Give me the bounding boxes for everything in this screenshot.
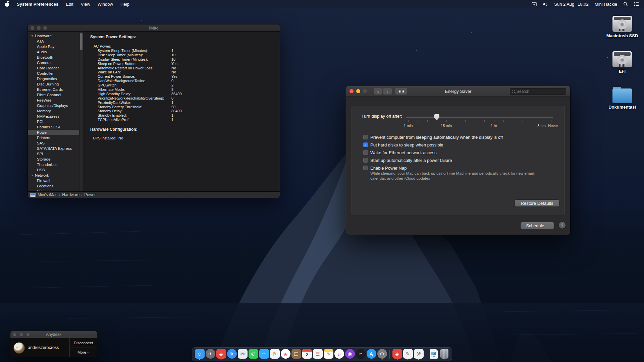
sidebar-item-graphics-displays[interactable]: Graphics/Displays	[28, 103, 79, 108]
dock-item-app-store[interactable]: A	[366, 349, 376, 360]
menu-app-name[interactable]: System Preferences	[17, 2, 58, 7]
sidebar-item-usb[interactable]: USB	[28, 167, 79, 173]
menu-window[interactable]: Window	[98, 2, 113, 7]
sidebar-item-memory[interactable]: Memory	[28, 108, 79, 114]
sidebar-item-spi[interactable]: SPI	[28, 151, 79, 157]
dock-item-calendar[interactable]: 2	[302, 349, 312, 360]
sidebar-item-diagnostics[interactable]: Diagnostics	[28, 76, 79, 81]
sidebar-item-firewall[interactable]: Firewall	[28, 178, 79, 183]
dock-item-facetime[interactable]: ✆	[248, 349, 258, 360]
dock-item-xml-document[interactable]: XML	[429, 349, 439, 360]
checkbox-row-enable-power-nap[interactable]: Enable Power Nap	[363, 164, 407, 172]
breadcrumb-power[interactable]: Power	[84, 192, 96, 197]
anydesk-window: Anydesk andreszerocross Disconnect More …	[10, 331, 97, 357]
breadcrumb-hardware[interactable]: Hardware	[62, 192, 79, 197]
dock-item-finder[interactable]: ☺	[195, 349, 205, 360]
setting-value: 50	[171, 105, 175, 109]
spotlight-icon[interactable]	[623, 2, 628, 6]
restore-defaults-button[interactable]: Restore Defaults	[515, 200, 559, 206]
dock-item-anydesk-session[interactable]: ◈	[392, 349, 402, 360]
apple-menu-icon[interactable]	[5, 1, 9, 7]
sidebar-item-firewire[interactable]: FireWire	[28, 98, 79, 103]
checkbox-unchecked[interactable]	[363, 166, 368, 170]
checkbox-unchecked[interactable]	[363, 135, 368, 139]
dock-item-anydesk[interactable]: ◈	[216, 349, 226, 360]
sidebar-item-camera[interactable]: Camera	[28, 60, 79, 65]
energy-saver-titlebar[interactable]: Energy Saver ‹ › Search	[346, 86, 570, 97]
dock-item-podcasts[interactable]: ◉	[345, 349, 355, 360]
more-button[interactable]: More ›	[70, 348, 97, 357]
menu-user[interactable]: Mini Hackie	[595, 2, 617, 7]
checkbox-row-wake-for-ethernet-network-acce[interactable]: Wake for Ethernet network access	[363, 149, 437, 156]
dock-item-notes[interactable]: ✎	[323, 349, 333, 360]
sidebar-item-apple-pay[interactable]: Apple Pay	[28, 44, 79, 49]
dock-item-trash[interactable]	[439, 349, 449, 360]
dock-item-tv[interactable]: tv	[356, 349, 366, 360]
schedule-button[interactable]: Schedule…	[521, 222, 554, 229]
setting-label: Wake on LAN:	[98, 70, 121, 74]
dock-item-contacts[interactable]: ▤	[291, 349, 301, 360]
activity-icon[interactable]	[532, 2, 537, 6]
dock-item-photos[interactable]: ❀	[280, 349, 290, 360]
disconnect-button[interactable]: Disconnect	[70, 338, 97, 348]
sidebar-item-pci[interactable]: PCI	[28, 119, 79, 124]
sidebar-item-printers[interactable]: Printers	[28, 135, 79, 140]
dock-item-developer-tool[interactable]: ⚒	[414, 349, 424, 360]
sidebar-scrollbar[interactable]	[79, 32, 84, 191]
slider-tick	[551, 120, 551, 122]
dock-item-messages[interactable]: •••	[259, 349, 269, 360]
list-icon[interactable]	[634, 2, 639, 6]
sidebar-item-disc-burning[interactable]: Disc Burning	[28, 81, 79, 87]
checkbox-row-put-hard-disks-to-sleep-when-p[interactable]: ✓Put hard disks to sleep when possible	[363, 141, 443, 148]
slider-tick	[465, 120, 466, 122]
menu-edit[interactable]: Edit	[66, 2, 73, 7]
dock-item-mail[interactable]: ✉	[237, 349, 248, 360]
sidebar-item-nvmexpress[interactable]: NVMExpress	[28, 114, 79, 119]
checkbox-unchecked[interactable]	[363, 158, 368, 163]
sidebar-item-power[interactable]: Power	[28, 130, 79, 135]
sidebar-item-storage[interactable]: Storage	[28, 157, 79, 162]
checkbox-checked[interactable]: ✓	[363, 142, 368, 147]
dock-item-maps[interactable]: ⚑	[270, 349, 280, 360]
dock-item-system-preferences[interactable]: ⚙	[377, 349, 387, 360]
sidebar-item-audio[interactable]: Audio	[28, 49, 79, 55]
menu-date[interactable]: Sun 2 Aug	[554, 2, 574, 7]
help-button[interactable]: ?	[559, 222, 566, 229]
sidebar-section-hardware[interactable]: ▼Hardware	[28, 33, 79, 39]
desktop-icon-dokumentasi[interactable]: Dokumentasi	[604, 86, 641, 110]
menu-time[interactable]: 18.02	[578, 2, 589, 7]
anydesk-titlebar[interactable]: Anydesk	[10, 331, 97, 338]
sidebar-item-ethernet-cards[interactable]: Ethernet Cards	[28, 87, 79, 92]
system-information-titlebar[interactable]: iMac	[28, 24, 280, 32]
display-off-slider-track[interactable]	[406, 117, 553, 118]
sidebar-item-bluetooth[interactable]: Bluetooth	[28, 55, 79, 60]
sidebar-section-network[interactable]: ▼Network	[28, 173, 79, 178]
dock-item-launchpad[interactable]: ✈	[205, 349, 215, 360]
sidebar-item-volumes[interactable]: Volumes	[28, 189, 79, 191]
scrollbar-thumb[interactable]	[80, 33, 83, 50]
sidebar-item-sata-sata-express[interactable]: SATA/SATA Express	[28, 146, 79, 151]
checkbox-row-start-up-automatically-after-a[interactable]: Start up automatically after a power fai…	[363, 157, 452, 164]
display-off-slider-thumb[interactable]	[434, 114, 439, 120]
sidebar-item-locations[interactable]: Locations	[28, 183, 79, 189]
desktop-icon-macintosh-ssd[interactable]: Macintosh SSD	[604, 16, 641, 38]
breadcrumb-mini-s-imac[interactable]: Mini’s iMac	[38, 192, 57, 197]
sidebar-item-fibre-channel[interactable]: Fibre Channel	[28, 92, 79, 98]
sidebar-item-parallel-scsi[interactable]: Parallel SCSI	[28, 124, 79, 130]
dock-item-safari[interactable]: ✵	[227, 349, 237, 360]
checkbox-row-prevent-computer-from-sleeping[interactable]: Prevent computer from sleeping automatic…	[363, 133, 503, 141]
sidebar-item-card-reader[interactable]: Card Reader	[28, 65, 79, 71]
sidebar-item-controller[interactable]: Controller	[28, 71, 79, 76]
desktop-icon-efi[interactable]: EFI	[604, 51, 641, 74]
menu-view[interactable]: View	[81, 2, 90, 7]
checkbox-unchecked[interactable]	[363, 150, 368, 155]
dock-item-music[interactable]: ♫	[334, 349, 344, 360]
volume-icon[interactable]	[543, 2, 548, 6]
dock-item-textedit[interactable]: ✎	[403, 349, 413, 360]
sidebar-item-thunderbolt[interactable]: Thunderbolt	[28, 162, 79, 167]
menu-help[interactable]: Help	[120, 2, 129, 7]
sidebar-item-sas[interactable]: SAS	[28, 140, 79, 146]
sidebar-item-ata[interactable]: ATA	[28, 39, 79, 44]
search-field[interactable]: Search	[510, 88, 566, 95]
dock-item-reminders[interactable]: ☰	[313, 349, 323, 360]
